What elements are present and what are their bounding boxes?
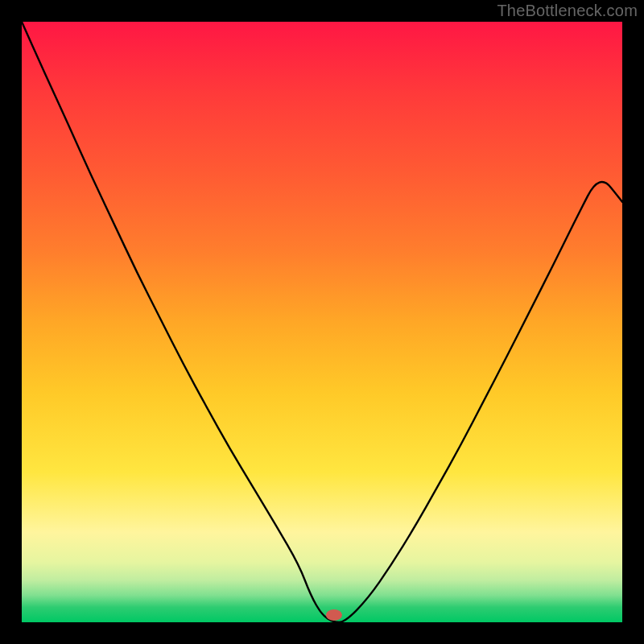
bottleneck-chart (22, 22, 622, 622)
gradient-background (22, 22, 622, 622)
optimal-point-marker (326, 609, 342, 621)
plot-area (22, 22, 622, 622)
chart-container: TheBottleneck.com (0, 0, 644, 644)
watermark-text: TheBottleneck.com (497, 2, 638, 20)
